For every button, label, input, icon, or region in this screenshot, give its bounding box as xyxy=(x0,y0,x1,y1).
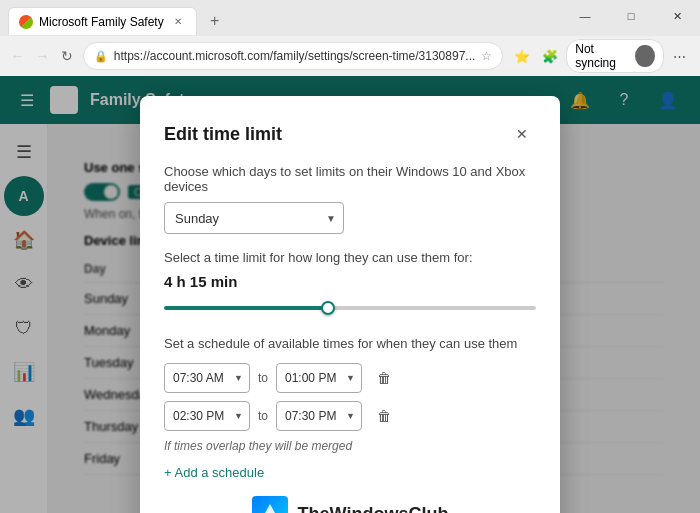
window-controls: — □ ✕ xyxy=(562,0,700,32)
from-time-1-wrapper: 07:30 AM ▼ xyxy=(164,363,250,393)
tab-label: Microsoft Family Safety xyxy=(39,15,164,29)
new-tab-button[interactable]: + xyxy=(201,7,229,35)
minimize-button[interactable]: — xyxy=(562,0,608,32)
svg-marker-0 xyxy=(260,504,280,513)
close-button[interactable]: ✕ xyxy=(654,0,700,32)
to-time-2-wrapper: 07:30 PM ▼ xyxy=(276,401,362,431)
dialog-header: Edit time limit ✕ xyxy=(164,120,536,148)
not-syncing-button[interactable]: Not syncing xyxy=(566,39,663,73)
day-select-wrapper: Sunday Monday Tuesday Wednesday Thursday… xyxy=(164,202,344,234)
url-bar[interactable]: 🔒 https://account.microsoft.com/family/s… xyxy=(83,42,504,70)
profile-avatar xyxy=(635,45,654,67)
time-row-1: 07:30 AM ▼ to 01:00 PM ▼ 🗑 xyxy=(164,363,536,393)
tab-close-button[interactable]: ✕ xyxy=(170,14,186,30)
schedule-label: Set a schedule of available times for wh… xyxy=(164,336,536,351)
add-schedule-label: + Add a schedule xyxy=(164,465,264,480)
from-time-1-select[interactable]: 07:30 AM xyxy=(165,364,249,392)
forward-button[interactable]: → xyxy=(33,42,52,70)
refresh-button[interactable]: ↻ xyxy=(58,42,77,70)
to-label-1: to xyxy=(258,371,268,385)
to-time-2-select[interactable]: 07:30 PM xyxy=(277,402,361,430)
dialog-overlay: Edit time limit ✕ Choose which days to s… xyxy=(0,76,700,513)
watermark: TheWindowsClub xyxy=(164,496,536,513)
url-text: https://account.microsoft.com/family/set… xyxy=(114,49,476,63)
tab-favicon xyxy=(19,15,33,29)
add-schedule-button[interactable]: + Add a schedule xyxy=(164,465,536,480)
from-time-2-select[interactable]: 02:30 PM xyxy=(165,402,249,430)
dialog-close-button[interactable]: ✕ xyxy=(508,120,536,148)
settings-icon[interactable]: ⋯ xyxy=(668,42,692,70)
overlap-note: If times overlap they will be merged xyxy=(164,439,536,453)
url-star-icon: ☆ xyxy=(481,49,492,63)
browser-actions: ⭐ 🧩 Not syncing ⋯ xyxy=(509,39,692,73)
day-select[interactable]: Sunday Monday Tuesday Wednesday Thursday… xyxy=(164,202,344,234)
active-tab[interactable]: Microsoft Family Safety ✕ xyxy=(8,7,197,35)
slider-filled-track xyxy=(164,306,328,310)
time-limit-section-label: Select a time limit for how long they ca… xyxy=(164,250,536,265)
delete-row-1-button[interactable]: 🗑 xyxy=(370,364,398,392)
watermark-text: TheWindowsClub xyxy=(298,504,449,514)
maximize-button[interactable]: □ xyxy=(608,0,654,32)
slider-empty-track xyxy=(328,306,536,310)
address-bar: ← → ↻ 🔒 https://account.microsoft.com/fa… xyxy=(0,36,700,76)
back-button[interactable]: ← xyxy=(8,42,27,70)
lock-icon: 🔒 xyxy=(94,50,108,63)
from-time-2-wrapper: 02:30 PM ▼ xyxy=(164,401,250,431)
time-limit-value: 4 h 15 min xyxy=(164,273,536,290)
to-label-2: to xyxy=(258,409,268,423)
to-time-1-select[interactable]: 01:00 PM xyxy=(277,364,361,392)
slider-thumb[interactable] xyxy=(321,301,335,315)
edit-time-limit-dialog: Edit time limit ✕ Choose which days to s… xyxy=(140,96,560,513)
time-limit-slider-container xyxy=(164,300,536,316)
collections-icon[interactable]: ⭐ xyxy=(509,42,533,70)
watermark-logo xyxy=(252,496,288,513)
time-row-2: 02:30 PM ▼ to 07:30 PM ▼ 🗑 xyxy=(164,401,536,431)
dialog-title: Edit time limit xyxy=(164,124,282,145)
delete-row-2-button[interactable]: 🗑 xyxy=(370,402,398,430)
day-section-label: Choose which days to set limits on their… xyxy=(164,164,536,194)
to-time-1-wrapper: 01:00 PM ▼ xyxy=(276,363,362,393)
extensions-icon[interactable]: 🧩 xyxy=(538,42,562,70)
not-syncing-label: Not syncing xyxy=(575,42,629,70)
